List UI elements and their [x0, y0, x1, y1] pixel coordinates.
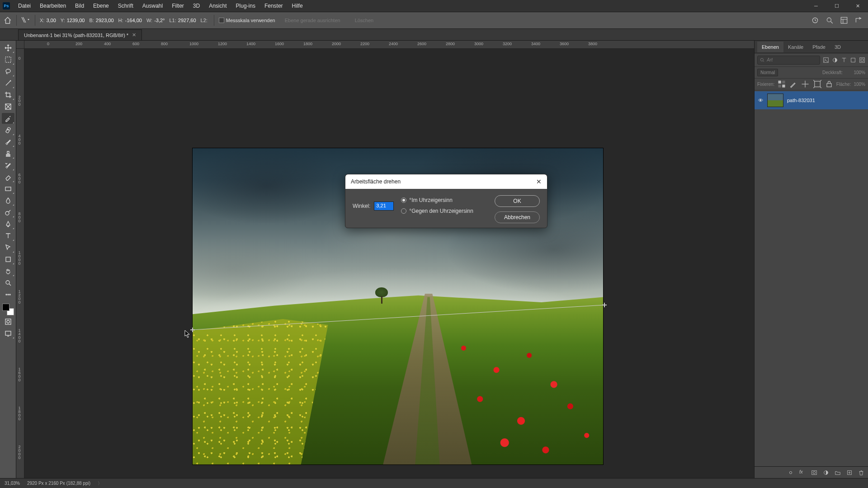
ok-button[interactable]: OK: [495, 195, 540, 207]
menu-filter[interactable]: Filter: [167, 1, 189, 11]
lock-position-icon[interactable]: [801, 80, 810, 89]
menu-schrift[interactable]: Schrift: [113, 1, 138, 11]
layer-filter-search[interactable]: [757, 56, 820, 65]
svg-rect-25: [778, 81, 781, 84]
filter-smart-icon[interactable]: [859, 57, 865, 63]
blend-mode-select[interactable]: Normal: [757, 69, 778, 76]
lock-all-icon[interactable]: [825, 80, 834, 89]
link-icon[interactable]: [788, 469, 794, 476]
menu-hilfe[interactable]: Hilfe: [288, 1, 307, 11]
new-layer-icon[interactable]: [846, 469, 853, 476]
menu-datei[interactable]: Datei: [14, 1, 35, 11]
document-tab[interactable]: Unbenannt-1 bei 31% (path-832031, RGB/8#…: [18, 29, 142, 40]
window-maximize-button[interactable]: ☐: [826, 0, 847, 12]
status-chevron-icon[interactable]: 〉: [98, 480, 102, 487]
ruler-tick: 0: [47, 42, 49, 46]
group-icon[interactable]: [835, 469, 841, 476]
menu-bearbeiten[interactable]: Bearbeiten: [35, 1, 71, 11]
dodge-tool[interactable]: [2, 207, 14, 218]
fx-icon[interactable]: fx: [799, 469, 806, 476]
clear-button[interactable]: Löschen: [350, 15, 379, 25]
filter-shape-icon[interactable]: [850, 57, 856, 63]
window-minimize-button[interactable]: ─: [806, 0, 826, 12]
layer-filter-input[interactable]: [767, 57, 818, 62]
menu-bild[interactable]: Bild: [71, 1, 89, 11]
move-tool[interactable]: [2, 42, 14, 53]
brush-tool[interactable]: [2, 136, 14, 147]
path-select-tool[interactable]: [2, 242, 14, 253]
zoom-level[interactable]: 31,03%: [5, 481, 20, 486]
healing-tool[interactable]: [2, 125, 14, 136]
menu-fenster[interactable]: Fenster: [260, 1, 288, 11]
ruler-horizontal[interactable]: 0200400600800100012001400160018002000220…: [24, 41, 754, 49]
home-icon[interactable]: [4, 16, 12, 24]
lock-brush-icon[interactable]: [789, 80, 798, 89]
wand-tool[interactable]: [2, 78, 14, 89]
ruler-tick: 1600: [275, 42, 284, 46]
blur-tool[interactable]: [2, 195, 14, 206]
angle-input[interactable]: 3,21: [374, 202, 394, 211]
eraser-tool[interactable]: [2, 172, 14, 183]
filter-image-icon[interactable]: [823, 57, 829, 63]
close-tab-icon[interactable]: ✕: [132, 32, 136, 38]
opacity-value[interactable]: 100%: [845, 70, 865, 75]
canvas-area[interactable]: 0200400600800100012001400160018002000220…: [16, 41, 754, 478]
shape-tool[interactable]: [2, 254, 14, 265]
visibility-icon[interactable]: 👁: [757, 98, 764, 103]
delete-icon[interactable]: [858, 469, 864, 476]
workspace-icon[interactable]: [840, 16, 848, 24]
lasso-tool[interactable]: [2, 66, 14, 77]
ruler-corner: [16, 41, 24, 49]
share-icon[interactable]: [854, 16, 863, 24]
fill-value[interactable]: 100%: [854, 82, 865, 87]
pen-tool[interactable]: [2, 219, 14, 230]
layer-name[interactable]: path-832031: [787, 98, 815, 103]
tab-ebenen[interactable]: Ebenen: [757, 42, 783, 52]
quickmask-icon[interactable]: [2, 316, 14, 327]
menu-plugins[interactable]: Plug-ins: [231, 1, 260, 11]
cancel-button[interactable]: Abbrechen: [495, 211, 540, 223]
filter-adjust-icon[interactable]: [832, 57, 838, 63]
gradient-tool[interactable]: [2, 183, 14, 194]
mask-icon[interactable]: [811, 469, 817, 476]
dialog-titlebar[interactable]: Arbeitsfläche drehen ✕: [345, 174, 547, 189]
window-close-button[interactable]: ✕: [847, 0, 868, 12]
ccw-radio[interactable]: °Gegen den Uhrzeigersinn: [401, 208, 473, 214]
cw-radio[interactable]: °Im Uhrzeigersinn: [401, 197, 473, 203]
hand-tool[interactable]: [2, 266, 14, 277]
cloud-icon[interactable]: [811, 16, 819, 24]
marquee-tool[interactable]: [2, 54, 14, 65]
type-tool[interactable]: [2, 230, 14, 241]
stamp-tool[interactable]: [2, 148, 14, 159]
eyedropper-tool[interactable]: [2, 113, 14, 124]
frame-tool[interactable]: [2, 101, 14, 112]
menu-3d[interactable]: 3D: [189, 1, 204, 11]
zoom-tool[interactable]: [2, 277, 14, 288]
screenmode-icon[interactable]: [2, 328, 14, 339]
adjustment-icon[interactable]: [823, 469, 829, 476]
crop-tool[interactable]: [2, 89, 14, 100]
lock-pixels-icon[interactable]: [777, 80, 786, 89]
tab-3d[interactable]: 3D: [830, 42, 845, 52]
svg-rect-22: [851, 58, 855, 62]
tool-preset-icon[interactable]: [21, 16, 30, 24]
ruler-vertical[interactable]: 0200400600800100012001400160018002000: [16, 49, 24, 478]
edit-toolbar-icon[interactable]: [2, 289, 14, 300]
search-icon[interactable]: [826, 16, 834, 24]
use-scale-checkbox[interactable]: [219, 18, 224, 23]
tab-kanaele[interactable]: Kanäle: [783, 42, 808, 52]
menu-ansicht[interactable]: Ansicht: [204, 1, 231, 11]
straighten-button[interactable]: Ebene gerade ausrichten: [280, 15, 345, 25]
history-brush-tool[interactable]: [2, 160, 14, 171]
menu-ebene[interactable]: Ebene: [89, 1, 113, 11]
document-info[interactable]: 2920 Px x 2160 Px (182,88 ppi): [27, 481, 90, 486]
menu-auswahl[interactable]: Auswahl: [138, 1, 167, 11]
layer-row[interactable]: 👁 path-832031: [755, 91, 868, 109]
tab-pfade[interactable]: Pfade: [808, 42, 830, 52]
foreground-color[interactable]: [2, 304, 9, 311]
lock-artboard-icon[interactable]: [813, 80, 822, 89]
dialog-close-icon[interactable]: ✕: [536, 178, 542, 185]
layer-thumbnail[interactable]: [767, 94, 783, 107]
filter-type-icon[interactable]: [841, 57, 847, 63]
color-swatches[interactable]: [2, 304, 14, 315]
